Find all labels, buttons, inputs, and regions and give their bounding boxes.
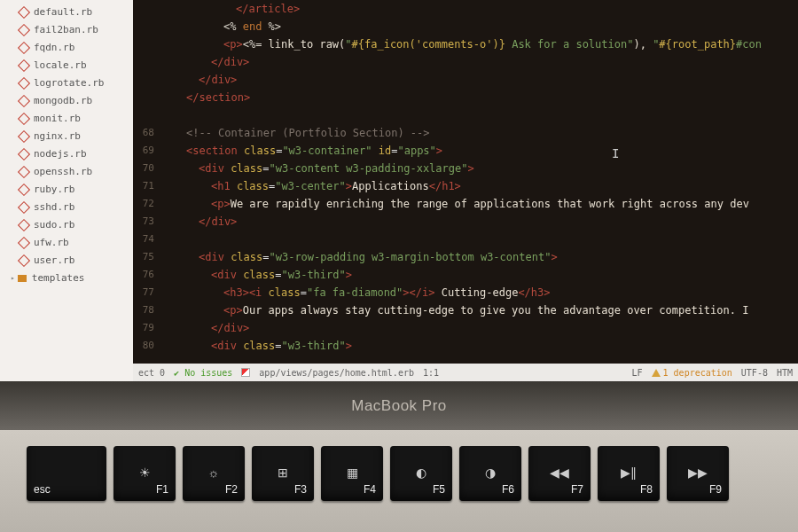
file-label: default.rb (34, 5, 92, 20)
file-item[interactable]: nginx.rb (0, 128, 133, 145)
key-symbol-icon: ☀ (121, 466, 168, 480)
key-f4: ▦F4 (321, 446, 383, 501)
ruby-icon (18, 95, 30, 107)
code-editor[interactable]: 68697071727374757677787980 </article><% … (133, 0, 798, 381)
code-line[interactable]: <h1 class="w3-center">Applications</h1> (161, 177, 798, 195)
folder-item-templates[interactable]: ▸ templates (0, 270, 133, 287)
file-item[interactable]: default.rb (0, 4, 133, 21)
file-item[interactable]: fail2ban.rb (0, 21, 133, 39)
code-line[interactable]: <section class="w3-container" id="apps"> (161, 142, 798, 160)
file-item[interactable]: ufw.rb (0, 234, 133, 252)
keyboard-row: esc☀F1☼F2⊞F3▦F4◐F5◑F6◀◀F7▶‖F8▶▶F9 (27, 446, 798, 501)
file-item[interactable]: user.rb (0, 252, 133, 270)
key-label: esc (34, 483, 51, 496)
file-label: logrotate.rb (34, 76, 104, 90)
code-line[interactable]: </div> (161, 213, 798, 231)
file-label: user.rb (34, 254, 74, 268)
status-no-issues[interactable]: ✔ No issues (174, 368, 232, 378)
file-item[interactable]: ruby.rb (0, 181, 133, 199)
code-area[interactable]: </article><% end %><p><%= link_to raw("#… (161, 0, 798, 364)
file-label: nginx.rb (34, 129, 81, 144)
code-line[interactable] (161, 231, 798, 248)
text-cursor-icon: I (612, 146, 620, 160)
file-item[interactable]: sshd.rb (0, 199, 133, 216)
ruby-icon (18, 59, 30, 72)
code-line[interactable]: <!-- Container (Portfolio Section) --> (161, 124, 798, 142)
file-item[interactable]: openssh.rb (0, 163, 133, 181)
chevron-right-icon: ▸ (11, 271, 15, 286)
file-item[interactable]: locale.rb (0, 57, 133, 74)
key-label: F3 (259, 483, 307, 496)
status-project: ect 0 (138, 368, 165, 378)
code-line[interactable]: <h3><i class="fa fa-diamond"></i> Cuttin… (161, 284, 798, 301)
status-line-ending[interactable]: LF (632, 368, 643, 378)
file-label: nodejs.rb (34, 147, 87, 161)
key-symbol-icon: ▶‖ (605, 466, 653, 480)
status-deprecation[interactable]: 1 deprecation (652, 368, 732, 378)
folder-label: templates (32, 271, 85, 286)
laptop-deck: esc☀F1☼F2⊞F3▦F4◐F5◑F6◀◀F7▶‖F8▶▶F9 (0, 430, 798, 532)
file-label: sshd.rb (34, 200, 74, 215)
key-esc: esc (27, 446, 106, 501)
key-symbol-icon: ▦ (328, 466, 376, 480)
file-label: monit.rb (34, 112, 81, 126)
key-f1: ☀F1 (113, 446, 176, 501)
status-filepath[interactable]: app/views/pages/home.html.erb (259, 368, 414, 378)
key-label: F4 (328, 483, 376, 496)
key-label: F8 (605, 483, 653, 496)
code-line[interactable]: </div> (161, 53, 798, 71)
laptop-brand-label: MacBook Pro (351, 397, 447, 415)
status-square-icon[interactable] (241, 368, 250, 377)
code-line[interactable]: </article> (161, 0, 798, 18)
ruby-icon (18, 42, 30, 54)
key-label: F9 (674, 483, 722, 496)
code-line[interactable]: <div class="w3-row-padding w3-margin-bot… (161, 248, 798, 266)
code-line[interactable]: </div> (161, 71, 798, 89)
file-item[interactable]: mongodb.rb (0, 92, 133, 110)
key-label: F2 (190, 483, 238, 496)
file-label: locale.rb (34, 59, 87, 73)
key-symbol-icon: ⊞ (259, 466, 307, 480)
laptop-bezel: MacBook Pro (0, 381, 798, 430)
status-syntax[interactable]: HTM (777, 368, 793, 378)
key-f6: ◑F6 (459, 446, 521, 501)
file-label: fail2ban.rb (34, 23, 98, 37)
file-item[interactable]: fqdn.rb (0, 39, 133, 57)
editor-screen: default.rbfail2ban.rbfqdn.rblocale.rblog… (0, 0, 798, 381)
warning-icon (652, 369, 661, 377)
key-symbol-icon: ◀◀ (536, 466, 583, 480)
file-item[interactable]: monit.rb (0, 110, 133, 128)
file-tree-sidebar[interactable]: default.rbfail2ban.rbfqdn.rblocale.rblog… (0, 0, 133, 381)
ruby-icon (18, 130, 30, 143)
code-line[interactable]: </section> (161, 89, 798, 106)
status-encoding[interactable]: UTF-8 (741, 368, 768, 378)
code-line[interactable]: <p><%= link_to raw("#{fa_icon('comments-… (161, 35, 798, 53)
code-line[interactable]: <p>Our apps always stay cutting-edge to … (161, 301, 798, 319)
status-bar: ect 0 ✔ No issues app/views/pages/home.h… (133, 364, 798, 381)
file-label: sudo.rb (34, 218, 74, 232)
code-line[interactable]: <p>We are rapidly enriching the range of… (161, 195, 798, 213)
code-line[interactable] (161, 106, 798, 124)
key-f9: ▶▶F9 (667, 446, 729, 501)
code-line[interactable]: </div> (161, 319, 798, 337)
ruby-icon (18, 184, 30, 196)
file-label: ufw.rb (34, 236, 69, 250)
file-item[interactable]: nodejs.rb (0, 145, 133, 163)
code-line[interactable]: <div class="w3-third"> (161, 337, 798, 355)
file-item[interactable]: sudo.rb (0, 216, 133, 234)
ruby-icon (18, 237, 30, 249)
file-label: fqdn.rb (34, 41, 74, 55)
file-item[interactable]: logrotate.rb (0, 74, 133, 92)
key-label: F7 (536, 483, 583, 496)
file-label: mongodb.rb (34, 94, 92, 108)
key-f3: ⊞F3 (252, 446, 314, 501)
status-cursor-position[interactable]: 1:1 (423, 368, 439, 378)
key-label: F1 (121, 483, 168, 496)
folder-icon (18, 275, 27, 282)
key-label: F6 (466, 483, 514, 496)
code-line[interactable]: <div class="w3-third"> (161, 266, 798, 284)
code-line[interactable]: <div class="w3-content w3-padding-xxlarg… (161, 160, 798, 177)
file-label: openssh.rb (34, 165, 92, 179)
key-symbol-icon: ☼ (190, 466, 238, 480)
code-line[interactable]: <% end %> (161, 18, 798, 35)
